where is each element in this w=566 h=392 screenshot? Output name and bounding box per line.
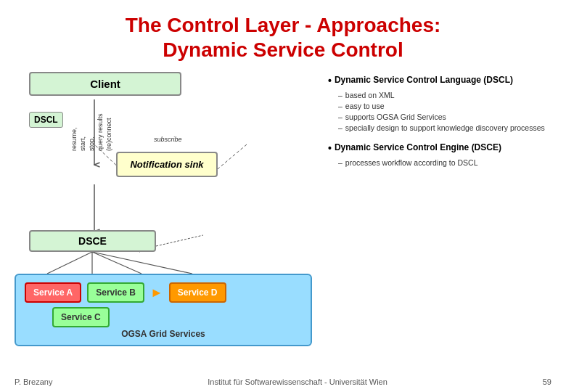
rotated-label-5: (re)connect [105,100,112,151]
svg-line-5 [92,252,192,274]
footer-institute: Institut für Softwarewissenschaft - Univ… [208,377,387,386]
dscl-label: DSCL [29,112,63,128]
notification-sink-box: Notification sink [116,152,218,177]
bullet-main-dsce: Dynamic Service Control Engine (DSCE) [328,142,551,154]
notification-sink-label: Notification sink [130,159,203,170]
slide-title: The Control Layer - Approaches: Dynamic … [15,13,551,62]
dsce-label: DSCE [78,235,107,247]
services-row-2: Service C [52,307,302,327]
rotated-label-2: start, [79,100,86,151]
bullet-sub-dsce-1: processes workflow according to DSCL [338,158,551,167]
bullet-sub-dscl-4: specially design to support knowledge di… [338,123,551,132]
subscribe-label: subscribe [154,136,182,143]
title-line2: Dynamic Service Control [163,38,403,61]
client-box: Client [29,72,181,96]
slide: The Control Layer - Approaches: Dynamic … [0,0,566,392]
svg-line-8 [156,235,203,246]
footer-page: 59 [543,377,551,386]
footer-author: P. Brezany [15,377,52,386]
service-b-box: Service B [87,282,144,303]
svg-line-2 [47,252,92,274]
service-a-box: Service A [25,282,81,303]
bullet-sub-dscl-1: based on XML [338,91,551,99]
bullet-main-dscl: Dynamic Service Control Language (DSCL) [328,75,551,86]
services-row-1: Service A Service B ► Service D [25,282,302,303]
bullets-area: Dynamic Service Control Language (DSCL) … [328,72,551,177]
service-d-box: Service D [169,282,226,303]
arrow-to-service-d: ► [150,285,163,301]
service-c-box: Service C [52,307,110,327]
bullet-sub-dscl-3: supports OGSA Grid Services [338,113,551,121]
dsce-box: DSCE [29,230,156,252]
rotated-labels: resume, start, stop, query results (re)c… [70,100,112,151]
bullet-sub-dscl-2: easy to use [338,102,551,110]
svg-line-4 [92,252,142,274]
rotated-label-4: query results [97,100,104,151]
client-label: Client [90,78,120,90]
bullet-section-dscl: Dynamic Service Control Language (DSCL) … [328,75,551,132]
ogsa-area: Service A Service B ► Service D Service … [15,274,312,346]
rotated-label-1: resume, [70,100,78,151]
title-line1: The Control Layer - Approaches: [126,14,441,36]
footer: P. Brezany Institut für Softwarewissensc… [0,377,566,386]
ogsa-label: OGSA Grid Services [25,329,302,339]
bullet-section-dsce: Dynamic Service Control Engine (DSCE) pr… [328,142,551,167]
rotated-label-3: stop, [88,100,95,151]
diagram-area: Client DSCL resume, start, stop, query r… [15,72,319,340]
content-area: Client DSCL resume, start, stop, query r… [15,72,551,340]
